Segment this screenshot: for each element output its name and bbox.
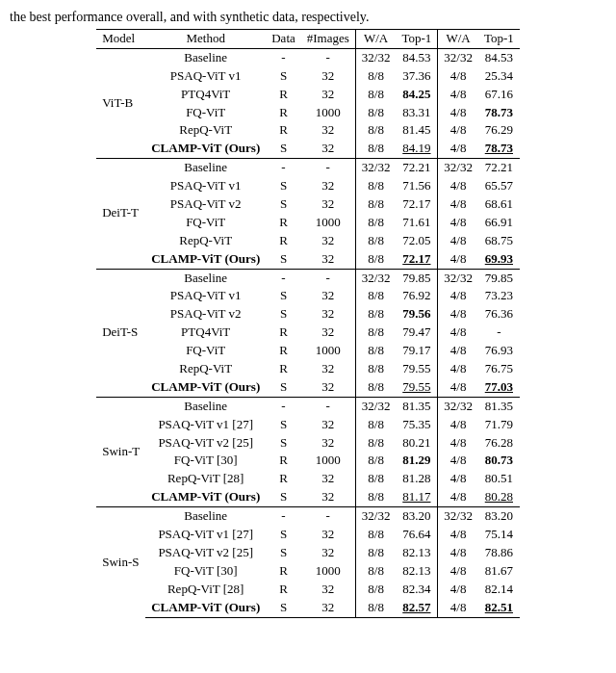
- top1-2-cell: 80.51: [478, 470, 520, 488]
- wa2-cell: 32/32: [438, 507, 478, 526]
- images-cell: 1000: [301, 562, 356, 581]
- wa1-cell: 8/8: [355, 86, 396, 104]
- wa2-cell: 4/8: [438, 287, 478, 305]
- images-cell: 32: [301, 195, 356, 214]
- top1-1-cell: 84.25: [396, 86, 437, 104]
- wa1-cell: 8/8: [355, 305, 396, 324]
- wa1-cell: 32/32: [355, 269, 396, 287]
- top1-2-cell: 68.61: [478, 195, 520, 214]
- method-cell: CLAMP-ViT (Ours): [145, 140, 266, 158]
- top1-1-cell: 79.55: [396, 378, 437, 397]
- wa1-cell: 8/8: [355, 177, 396, 195]
- data-cell: S: [266, 195, 301, 214]
- table-row: FQ-ViT [30]R10008/881.294/880.73: [96, 452, 520, 470]
- table-row: PSAQ-ViT v2 [25]S328/882.134/878.86: [96, 544, 520, 562]
- wa1-cell: 8/8: [355, 250, 396, 269]
- top1-2-cell: 82.51: [478, 599, 520, 617]
- method-cell: PSAQ-ViT v1 [27]: [145, 416, 266, 434]
- wa1-cell: 8/8: [355, 544, 396, 562]
- table-row: DeiT-TBaseline--32/3272.2132/3272.21: [96, 159, 520, 177]
- table-row: RepQ-ViTR328/872.054/868.75: [96, 232, 520, 250]
- table-row: DeiT-SBaseline--32/3279.8532/3279.85: [96, 269, 520, 287]
- images-cell: 32: [301, 416, 356, 434]
- method-cell: Baseline: [145, 48, 266, 66]
- method-cell: PSAQ-ViT v1 [27]: [145, 526, 266, 544]
- col-top1-2: Top-1: [478, 30, 520, 49]
- data-cell: R: [266, 360, 301, 378]
- top1-2-cell: 76.75: [478, 360, 520, 378]
- method-cell: PSAQ-ViT v2: [145, 305, 266, 324]
- wa1-cell: 8/8: [355, 378, 396, 397]
- top1-1-cell: 75.35: [396, 416, 437, 434]
- wa2-cell: 4/8: [438, 488, 478, 506]
- images-cell: 32: [301, 305, 356, 324]
- data-cell: S: [266, 140, 301, 158]
- table-row: PSAQ-ViT v1 [27]S328/875.354/871.79: [96, 416, 520, 434]
- col-top1-1: Top-1: [396, 30, 437, 49]
- table-row: CLAMP-ViT (Ours)S328/884.194/878.73: [96, 140, 520, 158]
- wa2-cell: 4/8: [438, 121, 478, 140]
- table-row: PSAQ-ViT v2S328/879.564/876.36: [96, 305, 520, 324]
- top1-1-cell: 82.34: [396, 581, 437, 599]
- method-cell: PSAQ-ViT v2: [145, 195, 266, 214]
- wa2-cell: 4/8: [438, 195, 478, 214]
- wa1-cell: 8/8: [355, 416, 396, 434]
- wa1-cell: 8/8: [355, 67, 396, 86]
- top1-1-cell: 79.47: [396, 324, 437, 342]
- top1-1-cell: 37.36: [396, 67, 437, 86]
- table-row: CLAMP-ViT (Ours)S328/882.574/882.51: [96, 599, 520, 617]
- table-row: CLAMP-ViT (Ours)S328/881.174/880.28: [96, 488, 520, 506]
- wa1-cell: 8/8: [355, 581, 396, 599]
- table-row: PSAQ-ViT v1S328/871.564/865.57: [96, 177, 520, 195]
- model-cell: Swin-S: [96, 507, 145, 617]
- top1-1-cell: 72.17: [396, 195, 437, 214]
- images-cell: 32: [301, 324, 356, 342]
- method-cell: PSAQ-ViT v1: [145, 177, 266, 195]
- top1-2-cell: 68.75: [478, 232, 520, 250]
- table-row: PTQ4ViTR328/884.254/867.16: [96, 86, 520, 104]
- data-cell: S: [266, 526, 301, 544]
- method-cell: PTQ4ViT: [145, 86, 266, 104]
- top1-1-cell: 83.31: [396, 104, 437, 122]
- wa2-cell: 32/32: [438, 48, 478, 66]
- images-cell: -: [301, 269, 356, 287]
- method-cell: Baseline: [145, 159, 266, 177]
- top1-2-cell: 76.93: [478, 342, 520, 360]
- top1-2-cell: 76.28: [478, 434, 520, 453]
- top1-1-cell: 76.92: [396, 287, 437, 305]
- top1-1-cell: 80.21: [396, 434, 437, 453]
- wa2-cell: 4/8: [438, 86, 478, 104]
- method-cell: FQ-ViT [30]: [145, 562, 266, 581]
- data-cell: -: [266, 507, 301, 526]
- data-cell: R: [266, 324, 301, 342]
- wa2-cell: 4/8: [438, 544, 478, 562]
- wa1-cell: 8/8: [355, 470, 396, 488]
- top1-1-cell: 81.35: [396, 397, 437, 415]
- top1-1-cell: 81.45: [396, 121, 437, 140]
- images-cell: -: [301, 397, 356, 415]
- top1-1-cell: 82.13: [396, 562, 437, 581]
- data-cell: R: [266, 214, 301, 232]
- table-row: CLAMP-ViT (Ours)S328/872.174/869.93: [96, 250, 520, 269]
- top1-1-cell: 82.13: [396, 544, 437, 562]
- top1-2-cell: 80.28: [478, 488, 520, 506]
- data-cell: -: [266, 269, 301, 287]
- method-cell: CLAMP-ViT (Ours): [145, 488, 266, 506]
- top1-2-cell: 78.73: [478, 140, 520, 158]
- method-cell: CLAMP-ViT (Ours): [145, 378, 266, 397]
- wa2-cell: 4/8: [438, 342, 478, 360]
- data-cell: S: [266, 599, 301, 617]
- top1-2-cell: 77.03: [478, 378, 520, 397]
- data-cell: S: [266, 305, 301, 324]
- images-cell: 32: [301, 287, 356, 305]
- method-cell: CLAMP-ViT (Ours): [145, 250, 266, 269]
- wa2-cell: 4/8: [438, 305, 478, 324]
- method-cell: PSAQ-ViT v1: [145, 67, 266, 86]
- data-cell: R: [266, 562, 301, 581]
- top1-2-cell: 72.21: [478, 159, 520, 177]
- data-cell: -: [266, 159, 301, 177]
- method-cell: RepQ-ViT: [145, 121, 266, 140]
- top1-1-cell: 71.56: [396, 177, 437, 195]
- data-cell: S: [266, 177, 301, 195]
- top1-2-cell: 82.14: [478, 581, 520, 599]
